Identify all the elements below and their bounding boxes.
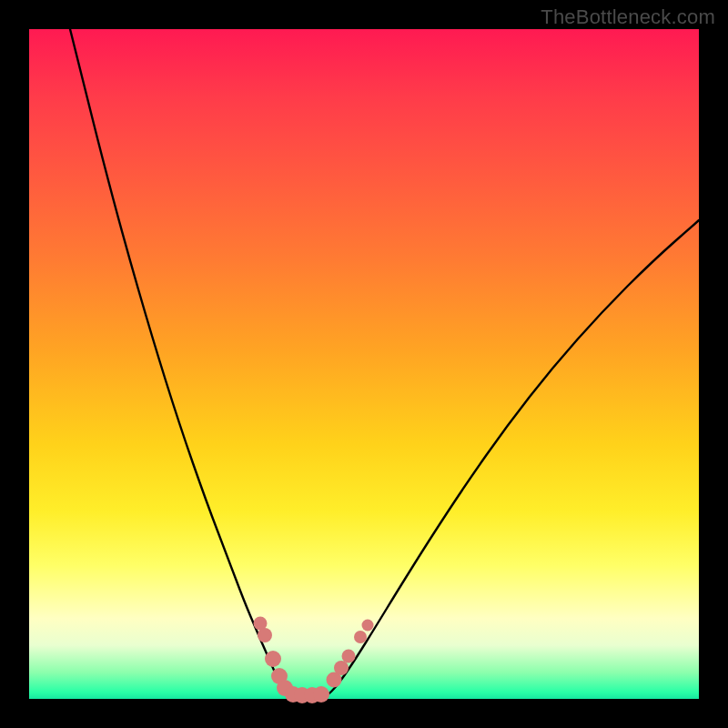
left-dot-2 — [258, 628, 272, 642]
floor-dot-4 — [313, 686, 329, 703]
right-dot-3 — [342, 650, 356, 663]
right-dot-4 — [354, 631, 367, 643]
curve-left-curve — [70, 29, 293, 698]
right-dot-2 — [334, 661, 349, 675]
right-dot-5 — [362, 620, 374, 632]
chart-frame: TheBottleneck.com — [0, 0, 728, 728]
curve-right-curve — [322, 220, 699, 698]
chart-svg-layer — [29, 29, 699, 699]
watermark-text: TheBottleneck.com — [541, 5, 715, 29]
curves-group — [70, 29, 699, 699]
left-dot-3 — [265, 651, 281, 667]
